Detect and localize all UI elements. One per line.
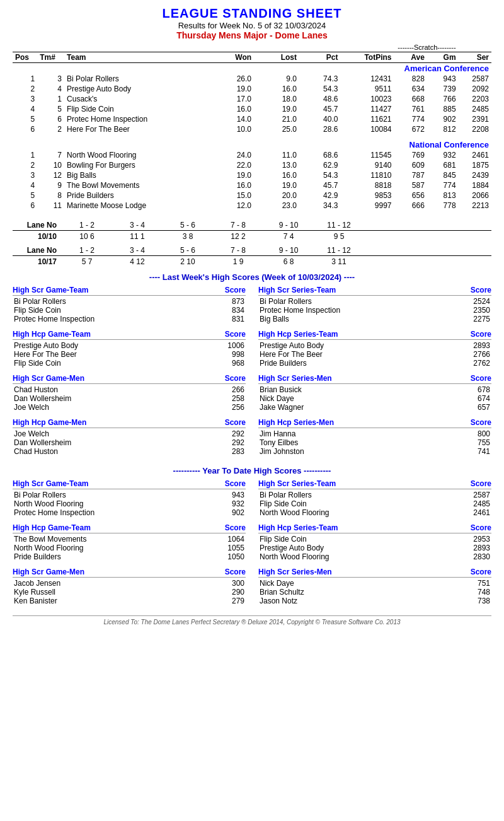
list-item: Big Balls2275	[258, 315, 491, 323]
score-block-score-label: Score	[471, 330, 491, 339]
list-item: North Wood Flooring932	[13, 499, 246, 508]
list-item: Flip Side Coin968	[13, 359, 246, 368]
score-block-title: High Hcp Series-Team	[258, 523, 338, 532]
table-row: 611Marinette Moose Lodge12.023.034.39997…	[13, 201, 491, 211]
col-ser: Ser	[459, 52, 491, 63]
list-item: Flip Side Coin2953	[258, 535, 491, 544]
score-block-score-label: Score	[225, 523, 246, 532]
lane-assignment-row: Lane No1 - 23 - 45 - 67 - 89 - 1011 - 12…	[13, 221, 491, 241]
list-item: Prestige Auto Body1006	[13, 341, 246, 350]
table-row: 13Bi Polar Rollers26.09.074.312431828943…	[13, 74, 491, 84]
list-item: Joe Welch292	[13, 429, 246, 438]
high-hcp-series-men-lw: High Hcp Series-MenScoreJim Hanna800Tony…	[258, 418, 491, 456]
table-row: 31Cusack's17.018.048.6100236687662203	[13, 94, 491, 104]
high-scr-game-men-lw: High Scr Game-MenScoreChad Huston266Dan …	[13, 374, 246, 412]
table-row: 312Big Balls19.016.054.3118107878452439	[13, 170, 491, 180]
list-item: Chad Huston266	[13, 385, 246, 394]
list-item: North Wood Flooring1055	[13, 544, 246, 552]
col-pct: Pct	[299, 52, 340, 63]
high-scr-game-men-ytd: High Scr Game-MenScoreJacob Jensen300Kyl…	[13, 568, 246, 605]
score-block-score-label: Score	[225, 568, 246, 576]
list-item: Dan Wollersheim258	[13, 394, 246, 403]
col-totpins: TotPins	[340, 52, 394, 63]
score-block-title: High Scr Game-Men	[13, 568, 84, 576]
score-block-score-label: Score	[471, 418, 491, 427]
col-gm: Gm	[427, 52, 459, 63]
list-item: Jake Wagner657	[258, 403, 491, 412]
score-block-score-label: Score	[225, 479, 246, 488]
footer: Licensed To: The Dome Lanes Perfect Secr…	[13, 615, 491, 626]
last-week-high-section: ---- Last Week's High Scores (Week of 10…	[13, 272, 491, 460]
col-pos: Pos	[13, 52, 37, 63]
list-item: Pride Builders1050	[13, 552, 246, 561]
score-block-score-label: Score	[471, 374, 491, 383]
page-header: LEAGUE STANDING SHEET Results for Week N…	[13, 6, 491, 40]
list-item: Protec Home Inspection831	[13, 315, 246, 323]
list-item: Tony Eilbes755	[258, 438, 491, 447]
high-hcp-game-team-ytd: High Hcp Game-TeamScoreThe Bowl Movement…	[13, 523, 246, 561]
high-scr-series-team-ytd: High Scr Series-TeamScoreBi Polar Roller…	[258, 479, 491, 517]
score-block-title: High Scr Game-Team	[13, 286, 88, 294]
list-item: Bi Polar Rollers2524	[258, 297, 491, 306]
score-block-title: High Scr Series-Team	[258, 479, 336, 488]
score-block-score-label: Score	[225, 418, 246, 427]
list-item: Brian Busick678	[258, 385, 491, 394]
lane-assignments-section: Lane No1 - 23 - 45 - 67 - 89 - 1011 - 12…	[13, 221, 491, 266]
list-item: Prestige Auto Body2893	[258, 341, 491, 350]
list-item: Bi Polar Rollers2587	[258, 491, 491, 499]
high-hcp-game-team-lw: High Hcp Game-TeamScorePrestige Auto Bod…	[13, 330, 246, 368]
list-item: Nick Daye751	[258, 579, 491, 588]
list-item: Jason Notz738	[258, 597, 491, 605]
table-row: 62Here For The Beer10.025.028.6100846728…	[13, 124, 491, 134]
score-block-score-label: Score	[225, 374, 246, 383]
score-block-title: High Hcp Series-Team	[258, 330, 338, 339]
list-item: Here For The Beer998	[13, 350, 246, 359]
list-item: Dan Wollersheim292	[13, 438, 246, 447]
score-block-title: High Hcp Game-Team	[13, 330, 91, 339]
col-lost: Lost	[254, 52, 299, 63]
score-block-title: High Scr Series-Men	[258, 568, 332, 576]
list-item: Ken Banister279	[13, 597, 246, 605]
score-block-title: High Hcp Series-Men	[258, 418, 334, 427]
list-item: North Wood Flooring2830	[258, 552, 491, 561]
high-hcp-game-men-lw: High Hcp Game-MenScoreJoe Welch292Dan Wo…	[13, 418, 246, 456]
last-week-grid: High Scr Game-TeamScoreBi Polar Rollers8…	[13, 286, 491, 460]
table-row: 49The Bowl Movements16.019.045.788185877…	[13, 180, 491, 190]
score-block-title: High Scr Game-Team	[13, 479, 88, 488]
list-item: Flip Side Coin834	[13, 306, 246, 315]
page: LEAGUE STANDING SHEET Results for Week N…	[0, 0, 504, 632]
high-hcp-series-team-lw: High Hcp Series-TeamScorePrestige Auto B…	[258, 330, 491, 368]
lane-assignment-row: Lane No1 - 23 - 45 - 67 - 89 - 1011 - 12…	[13, 246, 491, 266]
table-row: 58Pride Builders15.020.042.9985365681320…	[13, 190, 491, 201]
high-scr-game-team-lw: High Scr Game-TeamScoreBi Polar Rollers8…	[13, 286, 246, 323]
table-row: 210Bowling For Burgers22.013.062.9914060…	[13, 160, 491, 170]
list-item: Jim Hanna800	[258, 429, 491, 438]
high-scr-series-men-ytd: High Scr Series-MenScoreNick Daye751Bria…	[258, 568, 491, 605]
list-item: Jacob Jensen300	[13, 579, 246, 588]
high-scr-game-team-ytd: High Scr Game-TeamScoreBi Polar Rollers9…	[13, 479, 246, 517]
list-item: Nick Daye674	[258, 394, 491, 403]
list-item: Protec Home Inspection2350	[258, 306, 491, 315]
list-item: Brian Schultz748	[258, 588, 491, 597]
list-item: North Wood Flooring2461	[258, 508, 491, 517]
col-tm: Tm#	[37, 52, 64, 63]
ytd-grid: High Scr Game-TeamScoreBi Polar Rollers9…	[13, 479, 491, 609]
list-item: Bi Polar Rollers873	[13, 297, 246, 306]
standings-table: -------Scratch-------- Pos Tm# Team Won …	[13, 43, 491, 216]
table-row: 56Protec Home Inspection14.021.040.01162…	[13, 114, 491, 124]
league-name: Thursday Mens Major - Dome Lanes	[13, 30, 491, 40]
scratch-label: -------Scratch--------	[13, 43, 459, 52]
list-item: Protec Home Inspection902	[13, 508, 246, 517]
page-title: LEAGUE STANDING SHEET	[13, 6, 491, 21]
score-block-title: High Hcp Game-Team	[13, 523, 91, 532]
col-team: Team	[64, 52, 209, 63]
score-block-score-label: Score	[471, 568, 491, 576]
high-hcp-series-team-ytd: High Hcp Series-TeamScoreFlip Side Coin2…	[258, 523, 491, 561]
list-item: Jim Johnston741	[258, 447, 491, 456]
list-item: Joe Welch256	[13, 403, 246, 412]
list-item: Pride Builders2762	[258, 359, 491, 368]
high-scr-series-men-lw: High Scr Series-MenScoreBrian Busick678N…	[258, 374, 491, 412]
list-item: The Bowl Movements1064	[13, 535, 246, 544]
score-block-title: High Hcp Game-Men	[13, 418, 86, 427]
list-item: Prestige Auto Body2893	[258, 544, 491, 552]
